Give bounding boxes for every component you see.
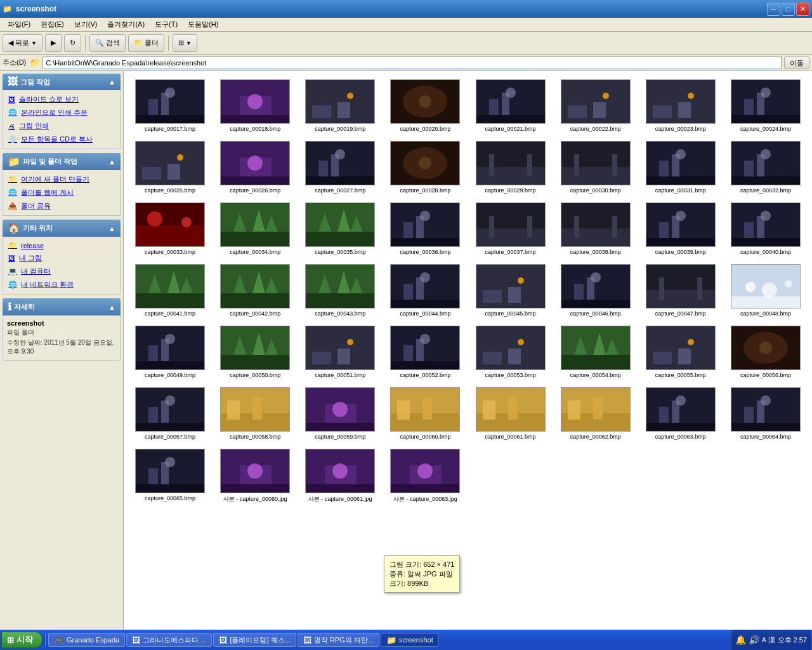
taskbar-forum[interactable]: 🖼 [플레이포럼] 퀘스... <box>213 633 296 647</box>
taskbar-granado2[interactable]: 🖼 그라나도에스파다 ... <box>126 633 212 647</box>
menu-view[interactable]: 보기(V) <box>69 18 103 30</box>
file-item[interactable]: capture_00026.bmp <box>214 138 296 197</box>
file-item[interactable]: capture_00050.bmp <box>214 322 296 381</box>
addressbar-input[interactable] <box>43 56 782 69</box>
file-item[interactable]: capture_00038.bmp <box>554 199 637 258</box>
print-online-link[interactable]: 🌐 온라인으로 인쇄 주문 <box>6 106 117 119</box>
file-item[interactable]: capture_00034.bmp <box>214 199 296 258</box>
web-link[interactable]: 🌐 폴더를 웹에 게시 <box>6 186 117 199</box>
file-item[interactable]: capture_00041.bmp <box>129 261 211 320</box>
file-item[interactable]: capture_00045.bmp <box>469 261 552 320</box>
new-folder-link[interactable]: 📁 여기에 새 폴더 만들기 <box>6 173 117 186</box>
slideshow-link[interactable]: 🖼 슬라이드 쇼로 보기 <box>6 93 117 106</box>
file-item[interactable]: capture_00031.bmp <box>639 138 722 197</box>
print-link[interactable]: 🖨 그림 인쇄 <box>6 119 117 133</box>
file-item[interactable]: capture_00044.bmp <box>384 261 466 320</box>
file-item[interactable]: capture_00039.bmp <box>639 199 722 258</box>
file-item[interactable]: capture_00027.bmp <box>299 138 381 197</box>
file-tooltip: 그림 크기: 652 × 471 종류: 알써 JPG 파일 크기: 899KB <box>384 555 460 593</box>
file-item[interactable]: capture_00055.bmp <box>639 322 722 381</box>
file-item[interactable]: capture_00017.bmp <box>129 76 211 135</box>
picture-tasks-header[interactable]: 🖼 그림 작업 ▲ <box>3 74 121 90</box>
file-item[interactable]: capture_00029.bmp <box>469 138 552 197</box>
menu-edit[interactable]: 편집(E) <box>36 18 69 30</box>
file-item[interactable]: 사본 - capture_00061.jpg <box>299 446 381 507</box>
tray-ime-label[interactable]: A 漢 <box>762 635 775 645</box>
other-places-header[interactable]: 🏠 기타 위치 ▲ <box>3 220 121 237</box>
file-item[interactable]: capture_00060.bmp <box>384 384 466 443</box>
addressbar-go-button[interactable]: 이동 <box>784 56 809 69</box>
maximize-button[interactable]: □ <box>782 3 795 16</box>
my-network-link[interactable]: 🌐 내 네트워크 환경 <box>6 278 117 291</box>
file-item[interactable]: capture_00047.bmp <box>639 261 722 320</box>
file-item[interactable]: capture_00059.bmp <box>299 384 381 443</box>
file-item[interactable]: capture_00018.bmp <box>214 76 296 135</box>
taskbar-granado[interactable]: 🎮 Granado Espada <box>48 633 125 647</box>
file-item[interactable]: capture_00023.bmp <box>639 76 722 135</box>
file-item[interactable]: capture_00056.bmp <box>724 322 807 381</box>
file-item[interactable]: capture_00021.bmp <box>469 76 552 135</box>
back-button[interactable]: ◀ 뒤로 ▼ <box>3 34 43 52</box>
file-item[interactable]: capture_00046.bmp <box>554 261 637 320</box>
menu-tools[interactable]: 도구(T) <box>150 18 183 30</box>
close-button[interactable]: ✕ <box>796 3 809 16</box>
file-item[interactable]: capture_00042.bmp <box>214 261 296 320</box>
details-content: screenshot 파일 폴더 수정한 날짜: 2011년 5월 20일 금요… <box>3 315 121 361</box>
file-item[interactable]: capture_00025.bmp <box>129 138 211 197</box>
file-item[interactable]: capture_00028.bmp <box>384 138 466 197</box>
file-item[interactable]: capture_00043.bmp <box>299 261 381 320</box>
file-item[interactable]: capture_00061.bmp <box>469 384 552 443</box>
refresh-button[interactable]: ↻ <box>64 34 81 52</box>
file-item[interactable]: capture_00057.bmp <box>129 384 211 443</box>
taskbar-rpg[interactable]: 🖼 명작 RPG의 재탄... <box>298 633 379 647</box>
file-item[interactable]: capture_00020.bmp <box>384 76 466 135</box>
file-item[interactable]: capture_00058.bmp <box>214 384 296 443</box>
share-icon: 📤 <box>8 202 17 210</box>
my-pictures-link[interactable]: 🖼 내 그림 <box>6 251 117 265</box>
back-label: 뒤로 <box>15 38 29 48</box>
file-item[interactable]: capture_00030.bmp <box>554 138 637 197</box>
file-item[interactable]: capture_00053.bmp <box>469 322 552 381</box>
details-header[interactable]: ℹ 자세히 ▲ <box>3 298 121 315</box>
titlebar-left: 📁 screenshot <box>3 4 56 13</box>
file-item[interactable]: capture_00036.bmp <box>384 199 466 258</box>
start-button[interactable]: ⊞ 시작 <box>1 632 43 648</box>
file-item[interactable]: 사본 - capture_00060.jpg <box>214 446 296 507</box>
file-item[interactable]: capture_00049.bmp <box>129 322 211 381</box>
file-item[interactable]: capture_00065.bmp <box>129 446 211 507</box>
file-item[interactable]: capture_00035.bmp <box>299 199 381 258</box>
file-item[interactable]: capture_00024.bmp <box>724 76 807 135</box>
copy-cd-link[interactable]: 💿 모든 항목을 CD로 복사 <box>6 133 117 146</box>
file-item[interactable]: capture_00032.bmp <box>724 138 807 197</box>
minimize-button[interactable]: ─ <box>767 3 780 16</box>
file-item[interactable]: capture_00052.bmp <box>384 322 466 381</box>
file-folder-tasks-header[interactable]: 📁 파일 및 폴더 작업 ▲ <box>3 153 121 170</box>
file-item[interactable]: capture_00048.bmp <box>724 261 807 320</box>
share-link[interactable]: 📤 폴더 공유 <box>6 199 117 213</box>
view-button[interactable]: ⊞ ▼ <box>173 34 197 52</box>
release-link[interactable]: 📁 release <box>6 239 117 251</box>
file-item[interactable]: capture_00051.bmp <box>299 322 381 381</box>
file-item[interactable]: capture_00063.bmp <box>639 384 722 443</box>
file-item[interactable]: capture_00054.bmp <box>554 322 637 381</box>
taskbar-screenshot[interactable]: 📁 screenshot <box>381 633 439 647</box>
file-item[interactable]: capture_00033.bmp <box>129 199 211 258</box>
file-thumbnail <box>220 141 290 185</box>
file-item[interactable]: capture_00040.bmp <box>724 199 807 258</box>
file-item[interactable]: capture_00064.bmp <box>724 384 807 443</box>
file-item[interactable]: 사본 - capture_00063.jpg <box>384 446 466 507</box>
file-item[interactable]: capture_00019.bmp <box>299 76 381 135</box>
taskbar-forum-icon: 🖼 <box>219 635 227 645</box>
menu-file[interactable]: 파일(F) <box>3 18 36 30</box>
menu-favorites[interactable]: 즐겨찾기(A) <box>102 18 150 30</box>
my-computer-link[interactable]: 💻 내 컴퓨터 <box>6 265 117 278</box>
file-item[interactable]: capture_00037.bmp <box>469 199 552 258</box>
file-grid-container[interactable]: capture_00017.bmpcapture_00018.bmpcaptur… <box>124 71 812 630</box>
file-item[interactable]: capture_00022.bmp <box>554 76 637 135</box>
menu-help[interactable]: 도움말(H) <box>183 18 223 30</box>
file-item[interactable]: capture_00062.bmp <box>554 384 637 443</box>
folder-button[interactable]: 📁 폴더 <box>128 34 164 52</box>
search-button[interactable]: 🔍 검색 <box>89 34 126 52</box>
forward-button[interactable]: ▶ <box>45 34 62 52</box>
new-folder-icon: 📁 <box>8 175 17 183</box>
